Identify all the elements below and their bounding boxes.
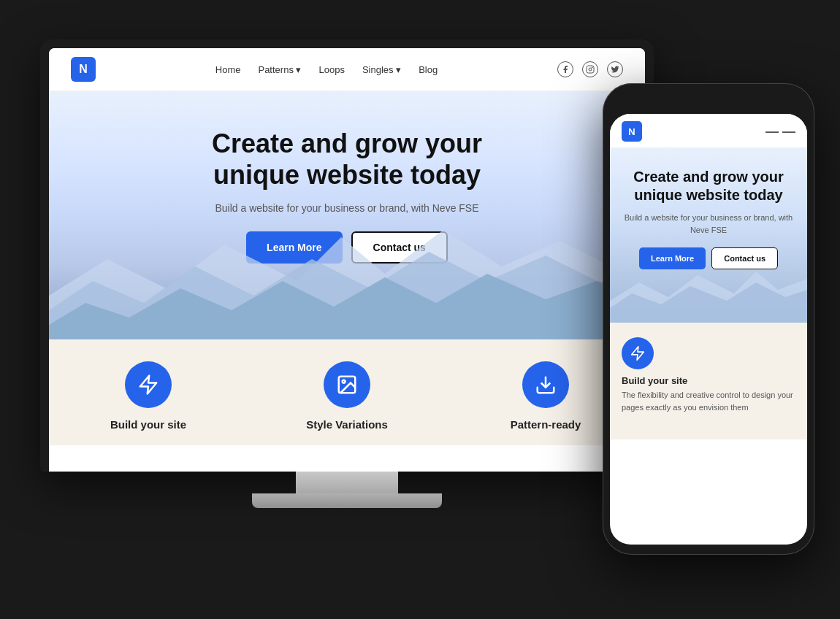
- feature-item-build: Build your site: [71, 361, 226, 431]
- hero-subtitle: Build a website for your business or bra…: [71, 202, 623, 214]
- svg-rect-0: [587, 66, 594, 73]
- feature-label-pattern: Pattern-ready: [511, 418, 581, 431]
- feature-label-build: Build your site: [110, 418, 186, 431]
- bolt-icon: [137, 374, 159, 396]
- svg-point-2: [592, 67, 592, 68]
- monitor-stand-base: [252, 493, 442, 508]
- mountain-svg: [49, 223, 645, 339]
- phone-bolt-icon: [630, 345, 646, 361]
- phone-feature-desc-build: The flexibility and creative control to …: [622, 389, 795, 413]
- hero-section: Create and grow your unique website toda…: [49, 91, 645, 339]
- svg-point-1: [589, 68, 592, 71]
- phone-notch: [679, 93, 738, 109]
- feature-label-style: Style Variations: [306, 418, 388, 431]
- nav-singles[interactable]: Singles ▾: [362, 64, 401, 75]
- nav-logo: N: [71, 57, 96, 82]
- features-section: Build your site Style Variations Pattern…: [49, 339, 645, 445]
- image-icon: [336, 374, 358, 396]
- svg-point-7: [343, 380, 345, 383]
- monitor-wrapper: N Home Patterns ▾ Loops Singles ▾ Blog: [40, 39, 654, 508]
- site-nav: N Home Patterns ▾ Loops Singles ▾ Blog: [49, 48, 645, 91]
- instagram-icon[interactable]: [582, 61, 598, 77]
- phone-features: Build your site The flexibility and crea…: [610, 323, 807, 439]
- phone-bolt-icon-circle: [622, 337, 654, 369]
- style-icon-circle: [324, 361, 370, 408]
- nav-home[interactable]: Home: [215, 64, 241, 75]
- feature-item-pattern: Pattern-ready: [468, 361, 623, 431]
- phone-nav: N — —: [610, 114, 807, 147]
- phone-feature-label-build: Build your site: [622, 375, 795, 386]
- monitor-screen-outer: N Home Patterns ▾ Loops Singles ▾ Blog: [40, 39, 654, 472]
- nav-social: [557, 61, 623, 77]
- download-icon: [535, 374, 557, 396]
- build-icon-circle: [125, 361, 172, 408]
- phone-logo: N: [622, 121, 642, 142]
- phone-hero-subtitle: Build a website for your business or bra…: [623, 212, 794, 236]
- phone-hero: Create and grow your unique website toda…: [610, 147, 807, 323]
- hero-title: Create and grow your unique website toda…: [71, 128, 623, 191]
- phone-hero-title: Create and grow your unique website toda…: [623, 168, 794, 204]
- feature-item-style: Style Variations: [270, 361, 424, 431]
- nav-blog[interactable]: Blog: [419, 64, 438, 75]
- facebook-icon[interactable]: [557, 61, 573, 77]
- monitor-screen: N Home Patterns ▾ Loops Singles ▾ Blog: [49, 48, 645, 472]
- nav-links: Home Patterns ▾ Loops Singles ▾ Blog: [215, 64, 438, 75]
- phone-menu-icon[interactable]: — —: [765, 124, 795, 139]
- phone-wrapper: N — — Create and grow your unique websit…: [603, 83, 814, 555]
- nav-patterns[interactable]: Patterns ▾: [258, 64, 301, 75]
- phone-feature-item-build: Build your site The flexibility and crea…: [622, 337, 795, 413]
- phone-screen: N — — Create and grow your unique websit…: [610, 114, 807, 545]
- phone-mountain-svg: [610, 264, 807, 323]
- nav-loops[interactable]: Loops: [319, 64, 345, 75]
- scene: N Home Patterns ▾ Loops Singles ▾ Blog: [18, 10, 822, 609]
- phone-body: N — — Create and grow your unique websit…: [603, 83, 814, 555]
- monitor-stand-neck: [296, 472, 398, 493]
- twitter-icon[interactable]: [607, 61, 623, 77]
- pattern-icon-circle: [522, 361, 569, 408]
